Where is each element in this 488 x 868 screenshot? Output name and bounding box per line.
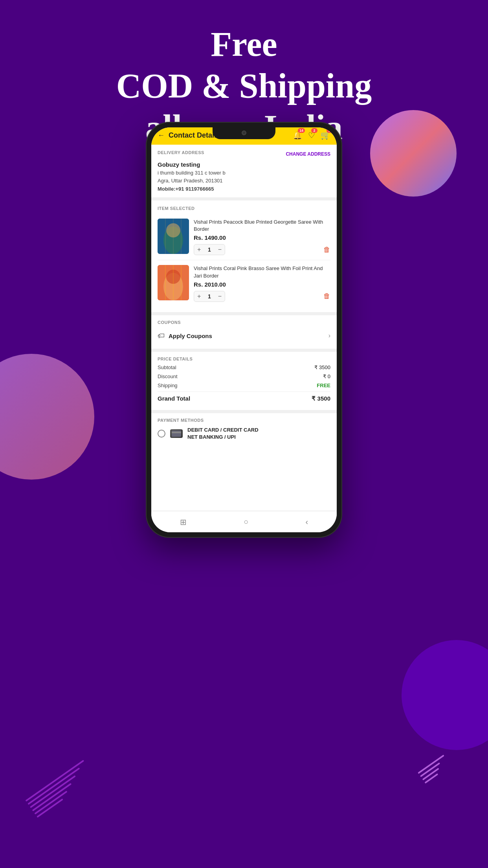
- discount-label: Discount: [158, 373, 178, 379]
- delivery-section-label: DELIVERY ADDRESS: [158, 150, 204, 155]
- bg-lines-bottom-right: [417, 758, 464, 789]
- address-line2: Agra, Uttar Pradesh, 201301: [158, 177, 330, 185]
- screen-content: DELIVERY ADDRESS CHANGE ADDRESS Gobuzy t…: [151, 145, 337, 510]
- shipping-label: Shipping: [158, 383, 178, 388]
- mobile-prefix: Mobile:: [158, 186, 176, 192]
- price-details-section: PRICE DETAILS Subtotal ₹ 3500 Discount ₹…: [151, 352, 337, 413]
- change-address-button[interactable]: CHANGE ADDRESS: [286, 151, 330, 157]
- phone-outer: ← Contact Details 🔔 14 ♡ 2 🛒 2: [146, 122, 342, 538]
- phone-screen: ← Contact Details 🔔 14 ♡ 2 🛒 2: [151, 127, 337, 532]
- svg-rect-13: [172, 432, 181, 433]
- item-image-1: [158, 219, 189, 254]
- payment-radio[interactable]: [158, 430, 165, 438]
- card-svg: [172, 430, 181, 437]
- address-mobile: Mobile:+91 9119766665: [158, 186, 330, 192]
- grand-total-value: ₹ 3500: [312, 395, 330, 402]
- hero-line2: COD & Shipping: [0, 65, 488, 107]
- shipping-row: Shipping FREE: [158, 383, 330, 388]
- bottom-nav-back-icon[interactable]: ‹: [306, 517, 308, 526]
- grand-total-row: Grand Total ₹ 3500: [158, 392, 330, 402]
- subtotal-value: ₹ 3500: [314, 364, 330, 370]
- subtotal-label: Subtotal: [158, 364, 176, 370]
- payment-method-text: DEBIT CARD / CREDIT CARD NET BANKING / U…: [187, 427, 259, 441]
- nav-icons: 🔔 14 ♡ 2 🛒 2: [293, 131, 330, 140]
- items-section-label: ITEM SELECTED: [158, 206, 330, 211]
- qty-decrease-2[interactable]: +: [197, 293, 201, 300]
- delete-icon-1[interactable]: 🗑: [323, 246, 330, 254]
- delete-icon-2[interactable]: 🗑: [323, 292, 330, 300]
- item-row-1: Vishal Prints Peacock Blue Printed Georg…: [158, 214, 330, 260]
- cart-badge: 2: [327, 128, 333, 133]
- heart-badge: 2: [311, 128, 317, 133]
- item-price-2: Rs. 2010.00: [194, 281, 330, 288]
- coupon-tag-icon: 🏷: [158, 332, 165, 340]
- item-image-svg-2: [158, 265, 189, 300]
- payment-section-label: PAYMENT METHODS: [158, 418, 330, 423]
- grand-total-label: Grand Total: [158, 395, 190, 402]
- shipping-value: FREE: [317, 383, 330, 388]
- card-icon: [170, 429, 183, 438]
- cart-icon-wrapper[interactable]: 🛒 2: [321, 131, 330, 140]
- address-line1: i thumb building 311 c tower b: [158, 169, 330, 177]
- coupons-section: COUPONS 🏷 Apply Coupons ›: [151, 315, 337, 352]
- price-section-label: PRICE DETAILS: [158, 357, 330, 361]
- apply-coupons-text: Apply Coupons: [169, 333, 212, 339]
- coupons-section-label: COUPONS: [158, 320, 330, 325]
- subtotal-row: Subtotal ₹ 3500: [158, 364, 330, 370]
- discount-row: Discount ₹ 0: [158, 373, 330, 379]
- delivery-header: DELIVERY ADDRESS CHANGE ADDRESS: [158, 150, 330, 158]
- address-name: Gobuzy testing: [158, 161, 330, 168]
- quantity-control-2: + 1 −: [194, 291, 225, 302]
- bottom-nav-grid-icon[interactable]: ⊞: [180, 517, 187, 527]
- bg-circle-bottom-right: [402, 640, 488, 750]
- payment-methods-section: PAYMENT METHODS DEBIT CARD / CREDIT CARD…: [151, 413, 337, 445]
- svg-rect-12: [172, 430, 181, 437]
- mobile-number: +91 9119766665: [176, 186, 214, 192]
- qty-value-1: 1: [208, 246, 211, 253]
- qty-increase-1[interactable]: −: [218, 246, 222, 253]
- quantity-control-1: + 1 −: [194, 244, 225, 255]
- chevron-right-icon: ›: [328, 332, 330, 339]
- qty-increase-2[interactable]: −: [218, 293, 222, 300]
- item-image-svg-1: [158, 219, 189, 254]
- bottom-nav: ⊞ ○ ‹: [151, 511, 337, 532]
- qty-decrease-1[interactable]: +: [197, 246, 201, 253]
- item-price-1: Rs. 1490.00: [194, 234, 330, 241]
- apply-coupons-left: 🏷 Apply Coupons: [158, 332, 212, 340]
- bg-lines-bottom-left: [24, 766, 110, 813]
- item-info-2: Vishal Prints Coral Pink Brasso Saree Wi…: [194, 265, 330, 302]
- item-image-2: [158, 265, 189, 300]
- nav-left: ← Contact Details: [158, 131, 220, 140]
- items-section: ITEM SELECTED: [151, 200, 337, 315]
- payment-method-row: DEBIT CARD / CREDIT CARD NET BANKING / U…: [158, 427, 330, 441]
- delivery-address-section: DELIVERY ADDRESS CHANGE ADDRESS Gobuzy t…: [151, 145, 337, 200]
- item-name-2: Vishal Prints Coral Pink Brasso Saree Wi…: [194, 265, 330, 279]
- discount-value: ₹ 0: [323, 373, 330, 379]
- back-icon[interactable]: ←: [158, 131, 165, 140]
- item-info-1: Vishal Prints Peacock Blue Printed Georg…: [194, 219, 330, 255]
- payment-line1: DEBIT CARD / CREDIT CARD: [187, 427, 259, 434]
- phone-wrapper: ← Contact Details 🔔 14 ♡ 2 🛒 2: [146, 122, 342, 538]
- hero-line1: Free: [0, 24, 488, 65]
- bell-icon-wrapper[interactable]: 🔔 14: [293, 131, 303, 140]
- payment-line2: NET BANKING / UPI: [187, 434, 259, 441]
- heart-icon-wrapper[interactable]: ♡ 2: [308, 131, 315, 140]
- bell-badge: 14: [298, 128, 305, 133]
- qty-value-2: 1: [208, 293, 211, 300]
- item-name-1: Vishal Prints Peacock Blue Printed Georg…: [194, 219, 330, 233]
- item-row-2: Vishal Prints Coral Pink Brasso Saree Wi…: [158, 260, 330, 306]
- bottom-nav-home-icon[interactable]: ○: [244, 517, 248, 526]
- bg-circle-left: [0, 354, 94, 480]
- phone-camera: [242, 131, 246, 135]
- apply-coupons-row[interactable]: 🏷 Apply Coupons ›: [158, 328, 330, 344]
